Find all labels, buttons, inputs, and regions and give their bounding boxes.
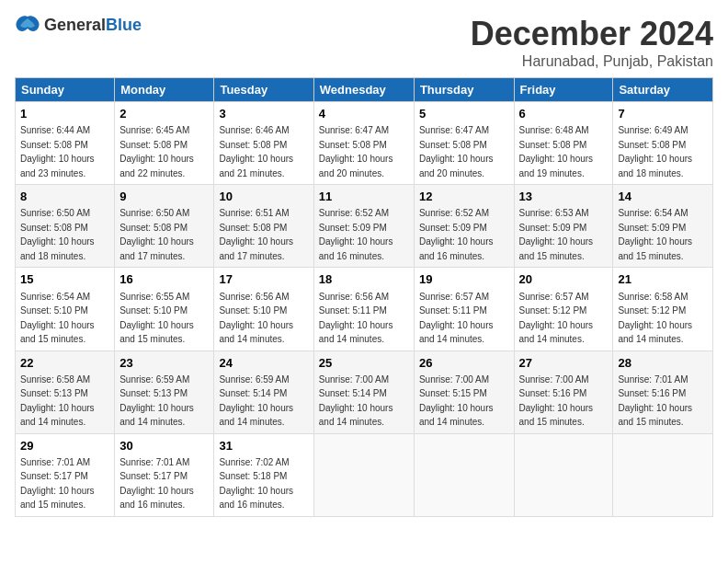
- day-info: Sunrise: 6:58 AMSunset: 5:13 PMDaylight:…: [20, 374, 95, 428]
- day-info: Sunrise: 6:52 AMSunset: 5:09 PMDaylight:…: [319, 208, 393, 261]
- day-number: 4: [319, 106, 409, 122]
- day-number: 16: [119, 271, 209, 288]
- table-row: 15 Sunrise: 6:54 AMSunset: 5:10 PMDaylig…: [16, 268, 115, 350]
- col-wednesday: Wednesday: [313, 78, 414, 102]
- day-info: Sunrise: 7:01 AMSunset: 5:17 PMDaylight:…: [20, 457, 95, 511]
- week-row: 1 Sunrise: 6:44 AMSunset: 5:08 PMDayligh…: [16, 102, 713, 185]
- table-row: [514, 433, 613, 516]
- table-row: 25 Sunrise: 7:00 AMSunset: 5:14 PMDaylig…: [313, 350, 414, 433]
- table-row: [313, 433, 414, 516]
- table-row: 10 Sunrise: 6:51 AMSunset: 5:08 PMDaylig…: [214, 185, 313, 268]
- table-row: 5 Sunrise: 6:47 AMSunset: 5:08 PMDayligh…: [414, 102, 514, 185]
- table-row: 16 Sunrise: 6:55 AMSunset: 5:10 PMDaylig…: [115, 268, 214, 350]
- day-info: Sunrise: 7:01 AMSunset: 5:17 PMDaylight:…: [119, 457, 194, 511]
- table-row: 29 Sunrise: 7:01 AMSunset: 5:17 PMDaylig…: [16, 433, 115, 516]
- day-info: Sunrise: 6:47 AMSunset: 5:08 PMDaylight:…: [419, 125, 494, 178]
- day-info: Sunrise: 6:50 AMSunset: 5:08 PMDaylight:…: [119, 208, 194, 261]
- day-info: Sunrise: 6:59 AMSunset: 5:14 PMDaylight:…: [219, 374, 293, 428]
- table-row: [613, 433, 713, 516]
- header-row: Sunday Monday Tuesday Wednesday Thursday…: [16, 78, 713, 102]
- day-number: 18: [319, 271, 409, 288]
- day-number: 20: [519, 271, 609, 288]
- table-row: 31 Sunrise: 7:02 AMSunset: 5:18 PMDaylig…: [214, 433, 313, 516]
- day-info: Sunrise: 6:56 AMSunset: 5:11 PMDaylight:…: [319, 292, 393, 345]
- table-row: 27 Sunrise: 7:00 AMSunset: 5:16 PMDaylig…: [514, 350, 613, 433]
- table-row: 1 Sunrise: 6:44 AMSunset: 5:08 PMDayligh…: [16, 102, 115, 185]
- col-friday: Friday: [514, 78, 613, 102]
- day-info: Sunrise: 6:57 AMSunset: 5:11 PMDaylight:…: [419, 292, 494, 345]
- table-row: 13 Sunrise: 6:53 AMSunset: 5:09 PMDaylig…: [514, 185, 613, 268]
- day-number: 13: [519, 189, 609, 205]
- day-info: Sunrise: 7:00 AMSunset: 5:15 PMDaylight:…: [419, 374, 494, 428]
- day-info: Sunrise: 6:53 AMSunset: 5:09 PMDaylight:…: [519, 208, 594, 261]
- calendar-table: Sunday Monday Tuesday Wednesday Thursday…: [15, 77, 713, 517]
- week-row: 22 Sunrise: 6:58 AMSunset: 5:13 PMDaylig…: [16, 350, 713, 433]
- table-row: 24 Sunrise: 6:59 AMSunset: 5:14 PMDaylig…: [214, 350, 313, 433]
- day-info: Sunrise: 6:56 AMSunset: 5:10 PMDaylight:…: [219, 292, 293, 345]
- table-row: 21 Sunrise: 6:58 AMSunset: 5:12 PMDaylig…: [613, 268, 713, 350]
- day-info: Sunrise: 7:02 AMSunset: 5:18 PMDaylight:…: [219, 457, 293, 511]
- table-row: 28 Sunrise: 7:01 AMSunset: 5:16 PMDaylig…: [613, 350, 713, 433]
- day-number: 24: [219, 355, 308, 372]
- table-row: 9 Sunrise: 6:50 AMSunset: 5:08 PMDayligh…: [115, 185, 214, 268]
- day-number: 1: [20, 106, 109, 122]
- table-row: 7 Sunrise: 6:49 AMSunset: 5:08 PMDayligh…: [613, 102, 713, 185]
- day-number: 23: [119, 355, 209, 372]
- day-number: 10: [219, 189, 308, 205]
- day-info: Sunrise: 6:44 AMSunset: 5:08 PMDaylight:…: [20, 125, 95, 178]
- page-header: GeneralBlue December 2024 Harunabad, Pun…: [15, 15, 713, 70]
- day-info: Sunrise: 6:46 AMSunset: 5:08 PMDaylight:…: [219, 125, 293, 178]
- col-tuesday: Tuesday: [214, 78, 313, 102]
- col-saturday: Saturday: [613, 78, 713, 102]
- day-info: Sunrise: 6:49 AMSunset: 5:08 PMDaylight:…: [618, 125, 692, 178]
- month-title: December 2024: [471, 15, 713, 53]
- table-row: 26 Sunrise: 7:00 AMSunset: 5:15 PMDaylig…: [414, 350, 514, 433]
- table-row: 11 Sunrise: 6:52 AMSunset: 5:09 PMDaylig…: [313, 185, 414, 268]
- table-row: 17 Sunrise: 6:56 AMSunset: 5:10 PMDaylig…: [214, 268, 313, 350]
- day-number: 3: [219, 106, 308, 122]
- day-number: 29: [20, 438, 109, 454]
- day-info: Sunrise: 6:45 AMSunset: 5:08 PMDaylight:…: [119, 125, 194, 178]
- day-info: Sunrise: 6:55 AMSunset: 5:10 PMDaylight:…: [119, 292, 194, 345]
- day-number: 27: [519, 355, 609, 372]
- day-number: 9: [119, 189, 209, 205]
- day-info: Sunrise: 7:00 AMSunset: 5:14 PMDaylight:…: [319, 374, 393, 428]
- table-row: 2 Sunrise: 6:45 AMSunset: 5:08 PMDayligh…: [115, 102, 214, 185]
- table-row: 3 Sunrise: 6:46 AMSunset: 5:08 PMDayligh…: [214, 102, 313, 185]
- day-info: Sunrise: 6:54 AMSunset: 5:10 PMDaylight:…: [20, 292, 95, 345]
- table-row: 19 Sunrise: 6:57 AMSunset: 5:11 PMDaylig…: [414, 268, 514, 350]
- logo-blue: Blue: [106, 16, 142, 34]
- day-number: 30: [119, 438, 209, 454]
- table-row: 6 Sunrise: 6:48 AMSunset: 5:08 PMDayligh…: [514, 102, 613, 185]
- day-info: Sunrise: 6:59 AMSunset: 5:13 PMDaylight:…: [119, 374, 194, 428]
- day-info: Sunrise: 6:57 AMSunset: 5:12 PMDaylight:…: [519, 292, 594, 345]
- day-number: 11: [319, 189, 409, 205]
- week-row: 8 Sunrise: 6:50 AMSunset: 5:08 PMDayligh…: [16, 185, 713, 268]
- day-number: 21: [618, 271, 708, 288]
- day-number: 26: [419, 355, 509, 372]
- logo-general: General: [44, 16, 106, 34]
- col-sunday: Sunday: [16, 78, 115, 102]
- table-row: 4 Sunrise: 6:47 AMSunset: 5:08 PMDayligh…: [313, 102, 414, 185]
- logo: GeneralBlue: [15, 15, 142, 35]
- table-row: 22 Sunrise: 6:58 AMSunset: 5:13 PMDaylig…: [16, 350, 115, 433]
- table-row: 20 Sunrise: 6:57 AMSunset: 5:12 PMDaylig…: [514, 268, 613, 350]
- day-number: 28: [618, 355, 708, 372]
- day-number: 22: [20, 355, 109, 372]
- table-row: 23 Sunrise: 6:59 AMSunset: 5:13 PMDaylig…: [115, 350, 214, 433]
- day-number: 2: [119, 106, 209, 122]
- day-number: 31: [219, 438, 308, 454]
- day-info: Sunrise: 6:47 AMSunset: 5:08 PMDaylight:…: [319, 125, 393, 178]
- logo-text: GeneralBlue: [44, 16, 142, 35]
- table-row: 8 Sunrise: 6:50 AMSunset: 5:08 PMDayligh…: [16, 185, 115, 268]
- day-number: 12: [419, 189, 509, 205]
- table-row: [414, 433, 514, 516]
- day-info: Sunrise: 6:50 AMSunset: 5:08 PMDaylight:…: [20, 208, 95, 261]
- table-row: 14 Sunrise: 6:54 AMSunset: 5:09 PMDaylig…: [613, 185, 713, 268]
- day-number: 6: [519, 106, 609, 122]
- day-info: Sunrise: 6:52 AMSunset: 5:09 PMDaylight:…: [419, 208, 494, 261]
- col-thursday: Thursday: [414, 78, 514, 102]
- day-number: 8: [20, 189, 109, 205]
- col-monday: Monday: [115, 78, 214, 102]
- title-area: December 2024 Harunabad, Punjab, Pakista…: [471, 15, 713, 70]
